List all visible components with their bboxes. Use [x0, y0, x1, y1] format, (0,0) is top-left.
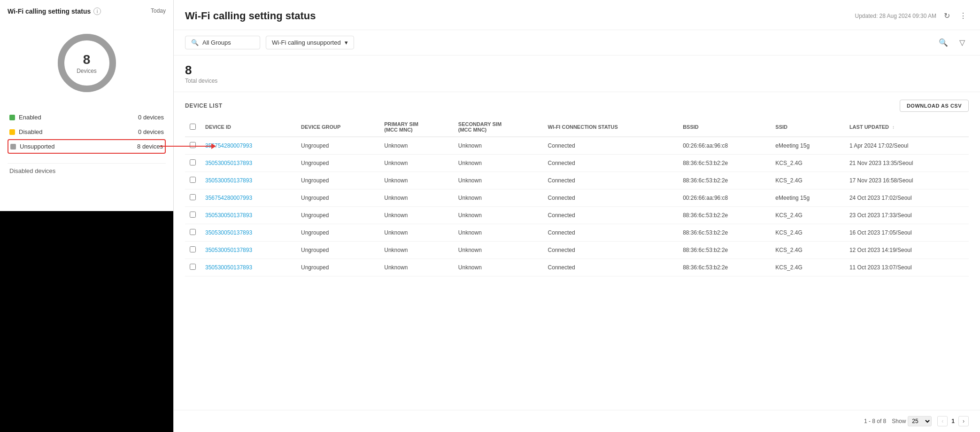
next-page-button[interactable]: › — [958, 416, 969, 426]
legend-count-enabled: 0 devices — [138, 114, 164, 121]
cell-secondary-sim: Unknown — [454, 259, 543, 276]
cell-last-updated: 24 Oct 2023 17:02/Seoul — [845, 189, 969, 207]
row-checkbox-7[interactable] — [190, 264, 196, 270]
cell-secondary-sim: Unknown — [454, 155, 543, 172]
legend-name-disabled: Disabled — [19, 128, 43, 135]
device-table: DEVICE ID DEVICE GROUP PRIMARY SIM(MCC M… — [185, 118, 969, 276]
device-id-link[interactable]: 350530050137893 — [205, 160, 252, 166]
cell-device-id: 350530050137893 — [201, 242, 296, 259]
show-select: Show 10 25 50 100 — [892, 416, 932, 426]
device-id-link[interactable]: 350530050137893 — [205, 177, 252, 184]
legend-count-disabled: 0 devices — [138, 128, 164, 135]
table-row: 350530050137893 Ungrouped Unknown Unknow… — [185, 172, 969, 189]
group-filter-label: All Groups — [202, 39, 231, 46]
cell-device-id: 350530050137893 — [201, 224, 296, 242]
cell-wifi-status: Connected — [543, 137, 679, 155]
device-id-link[interactable]: 350530050137893 — [205, 212, 252, 219]
donut-chart: 8 Devices — [54, 30, 120, 96]
download-csv-button[interactable]: DOWNLOAD AS CSV — [900, 100, 969, 112]
cell-wifi-status: Connected — [543, 155, 679, 172]
cell-device-group: Ungrouped — [296, 137, 379, 155]
table-row: 350530050137893 Ungrouped Unknown Unknow… — [185, 224, 969, 242]
row-checkbox-cell — [185, 155, 201, 172]
cell-device-group: Ungrouped — [296, 155, 379, 172]
device-id-link[interactable]: 350530050137893 — [205, 229, 252, 236]
row-checkbox-6[interactable] — [190, 246, 196, 252]
cell-device-group: Ungrouped — [296, 224, 379, 242]
cell-secondary-sim: Unknown — [454, 224, 543, 242]
current-page: 1 — [951, 418, 955, 424]
page-nav: ‹ 1 › — [937, 416, 969, 426]
cell-secondary-sim: Unknown — [454, 242, 543, 259]
cell-device-id: 350530050137893 — [201, 259, 296, 276]
cell-device-group: Ungrouped — [296, 207, 379, 224]
device-id-link[interactable]: 350530050137893 — [205, 264, 252, 271]
donut-center: 8 Devices — [77, 52, 97, 74]
prev-page-button[interactable]: ‹ — [937, 416, 948, 426]
cell-ssid: KCS_2.4G — [771, 259, 845, 276]
cell-ssid: KCS_2.4G — [771, 242, 845, 259]
cell-last-updated: 1 Apr 2024 17:02/Seoul — [845, 137, 969, 155]
cell-last-updated: 23 Oct 2023 17:33/Seoul — [845, 207, 969, 224]
cell-device-group: Ungrouped — [296, 242, 379, 259]
search-icon: 🔍 — [191, 39, 199, 46]
red-arrow — [160, 143, 216, 149]
legend-name-enabled: Enabled — [19, 114, 41, 121]
cell-device-group: Ungrouped — [296, 189, 379, 207]
cell-secondary-sim: Unknown — [454, 189, 543, 207]
select-all-col — [185, 118, 201, 137]
updated-timestamp: Updated: 28 Aug 2024 09:30 AM — [855, 13, 936, 19]
black-bottom-overlay — [0, 211, 173, 432]
legend-item-enabled[interactable]: Enabled 0 devices — [8, 110, 166, 125]
total-label: Total devices — [185, 78, 969, 84]
filter-button[interactable]: ▽ — [956, 36, 969, 49]
status-filter[interactable]: Wi-Fi calling unsupported ▾ — [266, 36, 354, 49]
chevron-down-icon: ▾ — [345, 39, 348, 46]
cell-bssid: 88:36:6c:53:b2:2e — [678, 155, 771, 172]
col-last-updated[interactable]: LAST UPDATED ↕ — [845, 118, 969, 137]
filter-bar-right: 🔍 ▽ — [935, 36, 969, 49]
cell-device-id: 350530050137893 — [201, 155, 296, 172]
row-checkbox-1[interactable] — [190, 159, 196, 165]
cell-last-updated: 16 Oct 2023 17:05/Seoul — [845, 224, 969, 242]
cell-primary-sim: Unknown — [379, 172, 454, 189]
cell-bssid: 88:36:6c:53:b2:2e — [678, 224, 771, 242]
row-checkbox-3[interactable] — [190, 194, 196, 200]
donut-chart-container: 8 Devices — [8, 30, 166, 96]
legend-item-disabled[interactable]: Disabled 0 devices — [8, 125, 166, 139]
select-all-checkbox[interactable] — [190, 124, 196, 130]
col-ssid: SSID — [771, 118, 845, 137]
cell-ssid: KCS_2.4G — [771, 155, 845, 172]
stats-bar: 8 Total devices — [174, 55, 980, 92]
row-checkbox-2[interactable] — [190, 177, 196, 183]
show-count-select[interactable]: 10 25 50 100 — [908, 416, 932, 426]
refresh-button[interactable]: ↻ — [942, 9, 952, 22]
left-panel-title-text: Wi-Fi calling setting status — [8, 8, 91, 15]
pagination-bar: 1 - 8 of 8 Show 10 25 50 100 ‹ 1 › — [174, 410, 980, 432]
cell-primary-sim: Unknown — [379, 259, 454, 276]
row-checkbox-5[interactable] — [190, 229, 196, 235]
cell-last-updated: 11 Oct 2023 13:07/Seoul — [845, 259, 969, 276]
search-button[interactable]: 🔍 — [935, 36, 952, 49]
table-row: 356754280007993 Ungrouped Unknown Unknow… — [185, 189, 969, 207]
left-panel-title: Wi-Fi calling setting status i — [8, 8, 166, 15]
right-panel: Wi-Fi calling setting status Updated: 28… — [174, 0, 980, 432]
row-checkbox-4[interactable] — [190, 212, 196, 218]
table-row: 350530050137893 Ungrouped Unknown Unknow… — [185, 242, 969, 259]
group-filter[interactable]: 🔍 All Groups — [185, 36, 260, 49]
cell-bssid: 88:36:6c:53:b2:2e — [678, 172, 771, 189]
row-checkbox-cell — [185, 259, 201, 276]
status-filter-label: Wi-Fi calling unsupported — [272, 39, 341, 46]
more-options-button[interactable]: ⋮ — [957, 9, 969, 22]
legend-item-unsupported[interactable]: Unsupported 8 devices — [8, 139, 166, 154]
col-wifi-status: WI-FI CONNECTION STATUS — [543, 118, 679, 137]
cell-secondary-sim: Unknown — [454, 137, 543, 155]
cell-device-id: 350530050137893 — [201, 172, 296, 189]
info-icon[interactable]: i — [93, 8, 101, 15]
cell-last-updated: 12 Oct 2023 14:19/Seoul — [845, 242, 969, 259]
device-id-link[interactable]: 350530050137893 — [205, 247, 252, 253]
cell-device-id: 350530050137893 — [201, 207, 296, 224]
legend-dot-unsupported — [10, 144, 16, 149]
device-id-link[interactable]: 356754280007993 — [205, 195, 252, 201]
cell-primary-sim: Unknown — [379, 224, 454, 242]
